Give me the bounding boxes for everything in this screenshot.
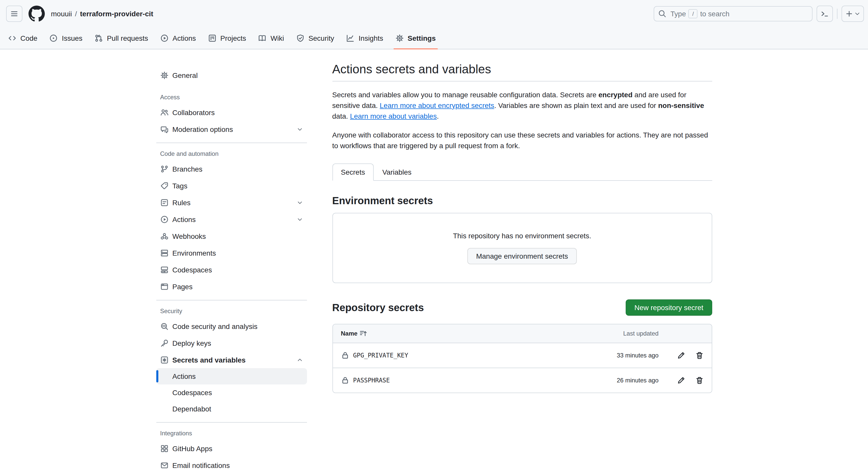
chevron-up-icon [297, 357, 303, 363]
header-actions: Type / to search [654, 6, 864, 22]
sidebar-subitem-dependabot[interactable]: Dependabot [156, 401, 307, 417]
tab-secrets[interactable]: Secrets [332, 163, 374, 181]
repository-secrets-heading: Repository secrets [332, 302, 424, 313]
repo-tab-actions[interactable]: Actions [156, 28, 200, 49]
repo-tab-issues[interactable]: Issues [45, 28, 87, 49]
chevron-down-icon [297, 126, 303, 132]
sidebar-item-deploy-keys[interactable]: Deploy keys [156, 335, 307, 351]
delete-secret-button[interactable] [695, 351, 703, 359]
create-new-button[interactable] [841, 6, 864, 22]
git-pull-request-icon [95, 34, 103, 42]
section-title-access: Access [156, 91, 307, 104]
sidebar-item-secrets-and-variables[interactable]: Secrets and variables [156, 351, 307, 368]
sidebar-item-general[interactable]: General [156, 67, 307, 84]
learn-more-encrypted-secrets-link[interactable]: Learn more about encrypted secrets [380, 101, 494, 109]
sidebar-item-pages[interactable]: Pages [156, 278, 307, 295]
sidebar-item-rules[interactable]: Rules [156, 194, 307, 211]
settings-sidebar: General Access Collaborators Moderation … [156, 62, 307, 471]
secret-actions [658, 376, 703, 384]
webhook-icon [160, 232, 168, 240]
sidebar-item-codespaces[interactable]: Codespaces [156, 261, 307, 278]
delete-secret-button[interactable] [695, 376, 703, 384]
codespaces-icon [160, 265, 168, 274]
sidebar-item-branches[interactable]: Branches [156, 160, 307, 177]
sidebar-item-webhooks[interactable]: Webhooks [156, 228, 307, 244]
repo-tab-security[interactable]: Security [292, 28, 338, 49]
hamburger-icon [10, 10, 18, 18]
breadcrumb-repo-link[interactable]: terraform-provider-cit [80, 10, 153, 18]
sort-by-name-button[interactable]: Name [341, 329, 582, 338]
server-icon [160, 249, 168, 257]
project-icon [208, 34, 216, 42]
codescan-icon [160, 322, 168, 330]
breadcrumb-separator: / [75, 10, 77, 18]
issue-opened-icon [50, 34, 58, 42]
trash-icon [695, 376, 703, 384]
environment-secrets-heading: Environment secrets [332, 195, 712, 207]
tab-variables[interactable]: Variables [374, 163, 420, 181]
tag-icon [160, 182, 168, 190]
search-icon [658, 10, 666, 18]
edit-secret-button[interactable] [677, 376, 685, 384]
sidebar-item-actions[interactable]: Actions [156, 211, 307, 228]
sidebar-item-environments[interactable]: Environments [156, 244, 307, 261]
breadcrumb: mouuii / terraform-provider-cit [51, 10, 153, 18]
secrets-variables-tabnav: Secrets Variables [332, 163, 712, 181]
secrets-and-variables-icon [160, 356, 168, 364]
repo-tab-wiki[interactable]: Wiki [254, 28, 288, 49]
sidebar-item-email-notifications[interactable]: Email notifications [156, 457, 307, 471]
slash-key-hint: / [688, 9, 698, 18]
learn-more-variables-link[interactable]: Learn more about variables [350, 112, 437, 120]
repo-tab-settings[interactable]: Settings [391, 28, 440, 49]
lock-icon [341, 351, 349, 359]
plus-icon [845, 10, 853, 18]
repo-tab-pull-requests[interactable]: Pull requests [91, 28, 152, 49]
people-icon [160, 108, 168, 116]
section-title-code-and-automation: Code and automation [156, 147, 307, 160]
edit-secret-button[interactable] [677, 351, 685, 359]
command-palette-button[interactable] [816, 6, 833, 22]
repo-tab-nav: Code Issues Pull requests Actions Projec… [0, 28, 868, 49]
fork-note-paragraph: Anyone with collaborator access to this … [332, 130, 712, 151]
gear-icon [395, 34, 403, 42]
sidebar-item-tags[interactable]: Tags [156, 177, 307, 194]
browser-icon [160, 282, 168, 290]
table-row: PASSPHRASE 26 minutes ago [333, 368, 711, 392]
sidebar-item-collaborators[interactable]: Collaborators [156, 104, 307, 121]
pencil-icon [677, 376, 685, 384]
repo-tab-code[interactable]: Code [4, 28, 41, 49]
secret-last-updated: 33 minutes ago [582, 352, 658, 359]
sidebar-subitem-codespaces[interactable]: Codespaces [156, 384, 307, 401]
graph-icon [346, 34, 354, 42]
empty-state-message: This repository has no environment secre… [341, 232, 703, 240]
search-input[interactable]: Type / to search [654, 6, 812, 21]
secret-name: PASSPHRASE [353, 377, 390, 384]
manage-environment-secrets-button[interactable]: Manage environment secrets [467, 248, 577, 264]
intro-paragraph: Secrets and variables allow you to manag… [332, 90, 712, 122]
section-title-integrations: Integrations [156, 427, 307, 440]
repo-tab-insights[interactable]: Insights [342, 28, 388, 49]
sidebar-item-code-security-and-analysis[interactable]: Code security and analysis [156, 318, 307, 335]
mail-icon [160, 461, 168, 469]
sidebar-item-github-apps[interactable]: GitHub Apps [156, 440, 307, 457]
settings-content: Actions secrets and variables Secrets an… [332, 62, 712, 413]
sidebar-subitem-actions[interactable]: Actions [156, 368, 307, 384]
sidebar-section-security: Security Code security and analysis Depl… [156, 300, 307, 417]
play-icon [160, 215, 168, 223]
header-divider [837, 9, 837, 19]
sidebar-item-moderation-options[interactable]: Moderation options [156, 121, 307, 137]
breadcrumb-owner-link[interactable]: mouuii [51, 10, 72, 18]
repo-tab-projects[interactable]: Projects [204, 28, 250, 49]
secret-name-cell: GPG_PRIVATE_KEY [341, 351, 582, 359]
secret-actions [658, 351, 703, 359]
settings-layout: General Access Collaborators Moderation … [156, 50, 712, 471]
app-header: mouuii / terraform-provider-cit Type / t… [0, 0, 868, 28]
new-repository-secret-button[interactable]: New repository secret [626, 300, 712, 316]
section-title-security: Security [156, 305, 307, 318]
table-row: GPG_PRIVATE_KEY 33 minutes ago [333, 343, 711, 368]
github-logo[interactable] [29, 6, 45, 22]
apps-icon [160, 444, 168, 452]
sidebar-section-integrations: Integrations GitHub Apps Email notificat… [156, 422, 307, 471]
global-nav-menu-button[interactable] [6, 6, 22, 22]
rules-icon [160, 198, 168, 207]
